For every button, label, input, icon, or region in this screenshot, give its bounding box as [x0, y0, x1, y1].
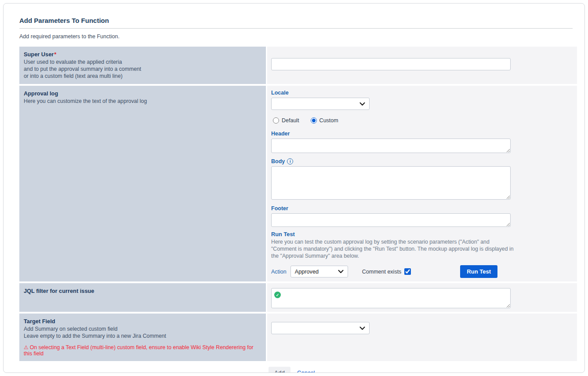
action-select[interactable]: Approved [290, 266, 348, 277]
approval-log-label: Approval log [24, 90, 259, 97]
super-user-description: User used to evaluate the applied criter… [24, 58, 259, 80]
body-label-row: Body i [271, 158, 572, 165]
form-row-target-field: Target Field Add Summary on selected cus… [19, 314, 577, 361]
info-icon[interactable]: i [287, 158, 293, 164]
approval-log-content-cell: Locale Default Custom [267, 86, 577, 281]
required-asterisk: * [54, 51, 56, 58]
chevron-down-icon [359, 326, 365, 330]
info-icon-glyph: i [290, 159, 291, 164]
radio-custom-label: Custom [319, 117, 338, 124]
form-row-super-user: Super User* User used to evaluate the ap… [19, 47, 577, 84]
comment-exists-checkbox[interactable] [404, 268, 411, 275]
footer-textarea[interactable] [271, 213, 511, 227]
super-user-desc-line: User used to evaluate the applied criter… [24, 58, 259, 66]
body-textarea[interactable] [271, 166, 511, 200]
approval-log-label-cell: Approval log Here you can customize the … [19, 86, 266, 281]
target-field-label: Target Field [24, 318, 259, 325]
chevron-down-icon [359, 102, 365, 106]
super-user-content-cell [267, 47, 577, 84]
approval-log-description: Here you can customize the text of the a… [24, 98, 259, 105]
target-field-content-cell [267, 314, 577, 361]
radio-custom-input[interactable] [311, 117, 317, 124]
super-user-label-text: Super User [24, 51, 54, 58]
target-field-desc-line: Leave empty to add the Summary into a ne… [24, 332, 259, 339]
run-test-description: Here you can test the custom approval lo… [271, 238, 514, 259]
target-field-description: Add Summary on selected custom field Lea… [24, 325, 259, 339]
target-field-select[interactable] [271, 322, 370, 334]
add-button[interactable]: Add [269, 367, 290, 373]
warning-icon: ⚠ [24, 344, 29, 350]
form-rows: Super User* User used to evaluate the ap… [19, 47, 577, 361]
target-field-desc-line: Add Summary on selected custom field [24, 325, 259, 332]
super-user-input[interactable] [271, 58, 511, 70]
jql-filter-content-cell: ✓ [267, 283, 577, 312]
jql-filter-label-cell: JQL filter for current issue [19, 283, 266, 312]
radio-default-input[interactable] [273, 117, 279, 124]
run-test-controls: Action Approved Comment exists Run Test [271, 265, 572, 278]
panel-content: Add Parameters To Function Add required … [4, 4, 584, 373]
action-select-value: Approved [295, 269, 319, 275]
form-row-jql-filter: JQL filter for current issue ✓ [19, 283, 577, 312]
radio-option-custom[interactable]: Custom [309, 117, 338, 124]
jql-valid-check-icon: ✓ [274, 292, 281, 298]
comment-exists-group[interactable]: Comment exists [362, 268, 411, 275]
jql-filter-textarea[interactable] [271, 288, 511, 308]
super-user-label: Super User* [24, 51, 259, 58]
target-field-warning: ⚠On selecting a Text Field (multi-line) … [24, 344, 259, 357]
form-row-approval-log: Approval log Here you can customize the … [19, 86, 577, 281]
chevron-down-icon [338, 270, 344, 274]
page-subtitle: Add required parameters to the Function. [19, 33, 584, 40]
jql-input-wrapper: ✓ [271, 288, 510, 308]
header-label: Header [271, 130, 572, 137]
body-label: Body [271, 158, 285, 165]
add-parameters-panel: Add Parameters To Function Add required … [3, 3, 585, 373]
cancel-link[interactable]: Cancel [297, 369, 315, 373]
super-user-desc-line: or into a custom field (text area multi … [24, 73, 259, 80]
log-mode-radio-group: Default Custom [271, 117, 572, 124]
action-label: Action [271, 269, 287, 275]
locale-label: Locale [271, 89, 572, 96]
radio-option-default[interactable]: Default [271, 117, 299, 124]
header-textarea[interactable] [271, 139, 511, 153]
jql-filter-label: JQL filter for current issue [24, 288, 259, 295]
comment-exists-label: Comment exists [362, 269, 402, 275]
super-user-label-cell: Super User* User used to evaluate the ap… [19, 47, 266, 84]
radio-default-label: Default [282, 117, 299, 124]
run-test-button[interactable]: Run Test [460, 265, 497, 278]
target-field-warning-text: On selecting a Text Field (multi-line) c… [24, 344, 254, 357]
footer-label: Footer [271, 205, 572, 212]
run-test-heading: Run Test [271, 231, 572, 237]
target-field-label-cell: Target Field Add Summary on selected cus… [19, 314, 266, 361]
page-title: Add Parameters To Function [19, 17, 573, 29]
locale-select[interactable] [271, 98, 370, 110]
footer-buttons: Add Cancel [269, 367, 584, 373]
super-user-desc-line: and to put the approval summary into a c… [24, 66, 259, 73]
